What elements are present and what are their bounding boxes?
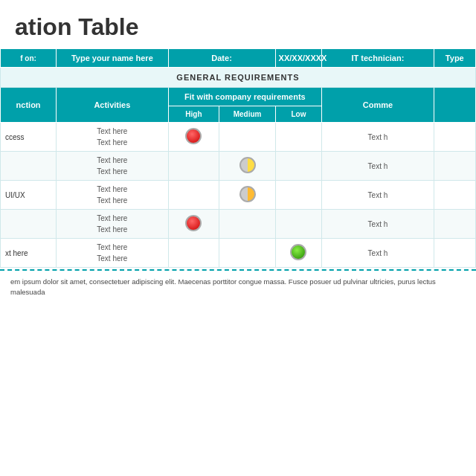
- header-col5: IT technician:: [322, 49, 434, 68]
- indicator-medium: [219, 123, 275, 152]
- comment-cell: Text h: [322, 181, 434, 210]
- subheader-activities: Activities: [57, 88, 168, 123]
- evaluation-table: f on: Type your name here Date: XX/XX/XX…: [0, 48, 476, 268]
- function-cell: xt here: [1, 239, 57, 268]
- comment-cell: Text h: [322, 239, 434, 268]
- header-col3: Date:: [168, 49, 275, 68]
- indicator-high: [168, 123, 219, 152]
- half-yellow-circle-icon: [239, 157, 256, 173]
- indicator-low: [275, 210, 322, 239]
- half-orange-circle-icon: [239, 186, 256, 202]
- green-circle-icon: [290, 244, 306, 260]
- type-cell: [434, 210, 475, 239]
- subheader-row: nction Activities Fit with company requi…: [1, 88, 476, 106]
- comment-cell: Text h: [322, 152, 434, 181]
- indicator-low: [275, 152, 322, 181]
- indicator-high: [168, 239, 219, 268]
- function-cell: [1, 152, 57, 181]
- red-circle-icon: [185, 215, 202, 231]
- table-row: xt here Text hereText here Text h: [1, 239, 476, 268]
- subheader-type: [434, 88, 475, 123]
- subheader-medium: Medium: [219, 106, 275, 123]
- type-cell: [434, 123, 475, 152]
- type-cell: [434, 239, 475, 268]
- page-title: ation Table: [0, 0, 476, 48]
- general-requirements-row: GENERAL REQUIREMENTS: [1, 68, 476, 88]
- indicator-low: [275, 181, 322, 210]
- indicator-medium: [219, 181, 275, 210]
- subheader-high: High: [168, 106, 219, 123]
- subheader-fit: Fit with company requirements: [168, 88, 322, 106]
- header-col4: XX/XX/XXXX: [275, 49, 322, 68]
- indicator-medium: [219, 239, 275, 268]
- table-row: UI/UX Text hereText here Text h: [1, 181, 476, 210]
- activities-cell: Text hereText here: [57, 181, 168, 210]
- activities-cell: Text hereText here: [57, 152, 168, 181]
- subheader-function: nction: [1, 88, 57, 123]
- table-row: Text hereText here Text h: [1, 152, 476, 181]
- table-row: ccess Text hereText here Text h: [1, 123, 476, 152]
- header-col2: Type your name here: [57, 49, 168, 68]
- function-cell: UI/UX: [1, 181, 57, 210]
- activities-cell: Text hereText here: [57, 239, 168, 268]
- red-circle-icon: [185, 128, 202, 144]
- indicator-high: [168, 210, 219, 239]
- footer-content: em ipsum dolor sit amet, consectetuer ad…: [10, 277, 436, 296]
- activities-cell: Text hereText here: [57, 210, 168, 239]
- indicator-low: [275, 239, 322, 268]
- general-requirements-label: GENERAL REQUIREMENTS: [176, 73, 299, 82]
- indicator-medium: [219, 152, 275, 181]
- subheader-comments: Comme: [322, 88, 434, 123]
- table-row: Text hereText here Text h: [1, 210, 476, 239]
- subheader-low: Low: [275, 106, 322, 123]
- comment-cell: Text h: [322, 210, 434, 239]
- header-row: f on: Type your name here Date: XX/XX/XX…: [1, 49, 476, 68]
- type-cell: [434, 152, 475, 181]
- footer-text: em ipsum dolor sit amet, consectetuer ad…: [0, 269, 476, 304]
- function-cell: [1, 210, 57, 239]
- function-cell: ccess: [1, 123, 57, 152]
- indicator-medium: [219, 210, 275, 239]
- header-col1: f on:: [1, 49, 57, 68]
- activities-cell: Text hereText here: [57, 123, 168, 152]
- comment-cell: Text h: [322, 123, 434, 152]
- indicator-low: [275, 123, 322, 152]
- indicator-high: [168, 152, 219, 181]
- type-cell: [434, 181, 475, 210]
- header-col6: Type: [434, 49, 475, 68]
- indicator-high: [168, 181, 219, 210]
